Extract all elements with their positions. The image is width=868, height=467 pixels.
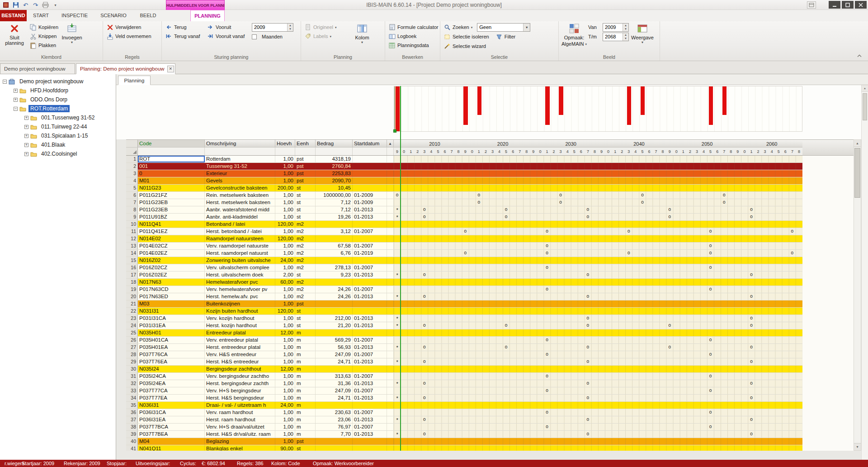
cell-code[interactable]: P031I31CA bbox=[138, 315, 205, 322]
vooruit-vanaf-button[interactable]: Vooruit vanaf bbox=[205, 32, 252, 41]
cell-hoeveelheid[interactable]: 1,00 bbox=[275, 250, 295, 257]
row-timeline[interactable]: oooo bbox=[394, 199, 802, 206]
cell-code[interactable]: P031I31EA bbox=[138, 322, 205, 329]
spin-up-icon[interactable]: ▲ bbox=[623, 33, 628, 37]
cell-omschrijving[interactable]: Exterieur bbox=[205, 170, 275, 177]
grid-row[interactable]: 32P035I24EAHerst. bergingsdeur zachth1,0… bbox=[126, 380, 802, 387]
cell-hoeveelheid[interactable]: 12,00 bbox=[275, 366, 295, 372]
cell-startdatum[interactable]: 01-2013 bbox=[353, 214, 387, 220]
grid-row[interactable]: 31P035I24CAVerv. bergingsdeur zachtho1,0… bbox=[126, 373, 802, 380]
cell-hoeveelheid[interactable]: 24,00 bbox=[275, 257, 295, 264]
grid-row[interactable]: 23P031I31CAVerv. kozijn hardhout1,00st21… bbox=[126, 315, 802, 322]
cell-code[interactable]: 001 bbox=[138, 163, 205, 170]
cell-bedrag[interactable]: 6,76 bbox=[316, 250, 353, 257]
cell-eenheid[interactable]: st bbox=[295, 445, 316, 451]
cell-omschrijving[interactable]: Herst. betonband / -latei bbox=[205, 228, 275, 235]
maanden-checkbox[interactable] bbox=[252, 34, 257, 39]
cell-bedrag[interactable] bbox=[316, 235, 353, 242]
grid-row[interactable]: 27P035H01EAHerst. entreedeur platal1,00m… bbox=[126, 344, 802, 351]
cell-omschrijving[interactable]: Verv. raamdorpel natuurste bbox=[205, 243, 275, 249]
row-timeline[interactable]: *ooooo bbox=[394, 214, 802, 220]
tab-project[interactable]: Demo project woningbouw bbox=[0, 63, 75, 74]
cell-bedrag[interactable] bbox=[316, 445, 353, 451]
row-timeline[interactable]: oo bbox=[394, 387, 802, 394]
cell-omschrijving[interactable]: Betonband / latei bbox=[205, 221, 275, 228]
spin-down-icon[interactable]: ▼ bbox=[623, 37, 628, 41]
filter-cell-bedrag[interactable] bbox=[316, 148, 353, 155]
origineel-button[interactable]: Origineel▾ bbox=[302, 23, 349, 32]
qat-customize-caret-icon[interactable]: ▾ bbox=[52, 1, 59, 9]
grid-row[interactable]: 38P037T7BCAVerv. H+S draai/val/uitzet1,0… bbox=[126, 424, 802, 431]
veld-overnemen-button[interactable]: Veld overnemen bbox=[104, 32, 153, 41]
cell-eenheid[interactable]: pst bbox=[295, 170, 316, 177]
scrollbar-thumb[interactable] bbox=[854, 148, 860, 198]
tree-item[interactable]: +ODO.Ons Dorp bbox=[0, 95, 116, 104]
cell-code[interactable]: N036I31 bbox=[138, 402, 205, 409]
cell-bedrag[interactable]: 9,23 bbox=[316, 272, 353, 278]
cell-hoeveelheid[interactable]: 1,00 bbox=[275, 156, 295, 162]
weergave-button[interactable]: Weergave ▼ bbox=[629, 22, 656, 44]
cell-startdatum[interactable] bbox=[353, 445, 387, 451]
cell-hoeveelheid[interactable]: 1,00 bbox=[275, 380, 295, 387]
outer-scrollbar-thumb[interactable] bbox=[863, 93, 867, 120]
spinner-buttons[interactable]: ▲▼ bbox=[287, 24, 293, 31]
cell-eenheid[interactable]: pst bbox=[295, 300, 316, 307]
cell-code[interactable]: 0 bbox=[138, 170, 205, 177]
cell-hoeveelheid[interactable]: 1,00 bbox=[275, 322, 295, 329]
cell-bedrag[interactable]: 247,09 bbox=[316, 351, 353, 358]
cell-bedrag[interactable]: 2253,83 bbox=[316, 170, 353, 177]
row-timeline[interactable]: oo bbox=[394, 373, 802, 380]
cell-eenheid[interactable]: st bbox=[295, 185, 316, 191]
ribbon-options-button[interactable] bbox=[807, 1, 816, 9]
cell-omschrijving[interactable]: Verv. H+S draai/val/uitzet bbox=[205, 424, 275, 430]
grid-row[interactable]: 13P014E02CZVerv. raamdorpel natuurste1,0… bbox=[126, 243, 802, 250]
cell-code[interactable]: P037T7BCA bbox=[138, 424, 205, 430]
cell-startdatum[interactable] bbox=[353, 257, 387, 264]
cell-omschrijving[interactable]: Zonwering buiten uitvalsche bbox=[205, 257, 275, 264]
cell-omschrijving[interactable]: Herst. H&S dr/val/uitz. raam bbox=[205, 431, 275, 438]
grid-row[interactable]: 2001Tussenweg 31-521,00pst2760,84 bbox=[126, 163, 802, 170]
cell-code[interactable]: P016Z02EZ bbox=[138, 272, 205, 278]
row-timeline[interactable]: oo bbox=[394, 243, 802, 249]
row-timeline[interactable] bbox=[394, 177, 802, 184]
cell-startdatum[interactable]: 01-2013 bbox=[353, 272, 387, 278]
cell-eenheid[interactable]: m bbox=[295, 380, 316, 387]
planning-overview-chart[interactable] bbox=[394, 86, 802, 132]
cell-startdatum[interactable]: 01-2013 bbox=[353, 431, 387, 438]
cell-bedrag[interactable]: 7,12 bbox=[316, 199, 353, 206]
cell-omschrijving[interactable]: Kozijn buiten hardhout bbox=[205, 308, 275, 315]
cell-code[interactable]: P014E02CZ bbox=[138, 243, 205, 249]
cell-hoeveelheid[interactable]: 1,00 bbox=[275, 358, 295, 365]
cell-startdatum[interactable] bbox=[353, 221, 387, 228]
cell-omschrijving[interactable]: Verv. bergingsdeur zachtho bbox=[205, 373, 275, 380]
tab-planning-document[interactable]: Planning: Demo project woningbouw ✕ bbox=[76, 63, 175, 74]
cell-eenheid[interactable]: m bbox=[295, 416, 316, 423]
expand-expander-icon[interactable]: + bbox=[24, 143, 28, 147]
cell-hoeveelheid[interactable]: 200,00 bbox=[275, 185, 295, 191]
cell-eenheid[interactable]: st bbox=[295, 272, 316, 278]
row-timeline[interactable]: oo bbox=[394, 337, 802, 343]
grid-row[interactable]: 14P014E02EZHerst. raamdorpel natuurst1,0… bbox=[126, 250, 802, 257]
filter-button[interactable]: Filter bbox=[494, 32, 517, 41]
tab-inspectie[interactable]: INSPECTIE bbox=[55, 10, 94, 21]
cell-bedrag[interactable] bbox=[316, 329, 353, 336]
cell-omschrijving[interactable]: Tussenweg 31-52 bbox=[205, 163, 275, 170]
row-timeline[interactable]: *ooo bbox=[394, 395, 802, 401]
column-header-startdatum[interactable]: Startdatum bbox=[353, 140, 387, 147]
cell-hoeveelheid[interactable]: 24,00 bbox=[275, 402, 295, 409]
cell-code[interactable]: P037T7BEA bbox=[138, 431, 205, 438]
row-timeline[interactable]: ooooo bbox=[394, 250, 802, 257]
filter-cell-eenheid[interactable] bbox=[295, 148, 316, 155]
column-header-eenheid[interactable]: Eenh bbox=[295, 140, 316, 147]
row-timeline[interactable]: ooooo bbox=[394, 192, 802, 199]
cell-hoeveelheid[interactable]: 1,00 bbox=[275, 170, 295, 177]
grid-row[interactable]: 25N035H01Entreedeur platal12,00m bbox=[126, 329, 802, 337]
cell-startdatum[interactable]: 01-2007 bbox=[353, 228, 387, 235]
row-timeline[interactable]: oo bbox=[394, 286, 802, 293]
cell-code[interactable]: N041Q11 bbox=[138, 445, 205, 451]
row-timeline[interactable]: oo bbox=[394, 351, 802, 358]
cell-hoeveelheid[interactable]: 120,00 bbox=[275, 235, 295, 242]
grid-row[interactable]: 9P011U91BZAanbr. anti-kladmiddel1,00st19… bbox=[126, 214, 802, 221]
cell-startdatum[interactable]: 01-2007 bbox=[353, 409, 387, 416]
cell-omschrijving[interactable]: Aanbr. anti-kladmiddel bbox=[205, 214, 275, 220]
